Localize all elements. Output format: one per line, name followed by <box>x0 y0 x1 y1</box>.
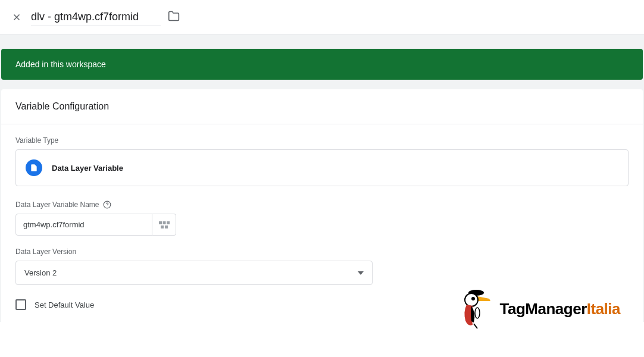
svg-rect-7 <box>161 226 164 228</box>
variable-type-selector[interactable]: Data Layer Variable <box>15 149 629 186</box>
variable-title-input[interactable] <box>31 8 161 26</box>
svg-rect-8 <box>165 226 168 228</box>
dialog-header <box>0 0 644 35</box>
variable-type-value: Data Layer Variable <box>52 164 123 173</box>
folder-button[interactable] <box>168 10 180 24</box>
folder-icon <box>168 10 180 22</box>
card-title: Variable Configuration <box>15 101 629 112</box>
version-row: Data Layer Version Version 2 <box>15 248 629 285</box>
variable-config-card: Variable Configuration Variable Type Dat… <box>1 89 643 322</box>
content-area: Added in this workspace Variable Configu… <box>0 35 644 322</box>
version-value: Version 2 <box>24 268 57 277</box>
workspace-banner: Added in this workspace <box>1 49 643 80</box>
default-value-checkbox[interactable] <box>15 299 26 310</box>
svg-rect-10 <box>472 290 480 293</box>
card-header: Variable Configuration <box>1 89 643 124</box>
default-value-label: Set Default Value <box>35 300 94 309</box>
variable-name-input[interactable] <box>15 214 152 236</box>
close-icon <box>11 12 22 23</box>
version-select[interactable]: Version 2 <box>15 261 373 285</box>
svg-line-15 <box>474 324 477 328</box>
chevron-down-icon <box>358 271 364 275</box>
watermark-logo: TagManagerItalia <box>459 288 620 330</box>
variable-type-label: Variable Type <box>15 136 629 145</box>
variable-picker-button[interactable] <box>152 214 176 236</box>
svg-rect-5 <box>162 221 165 224</box>
close-button[interactable] <box>5 5 29 29</box>
svg-point-12 <box>465 293 478 306</box>
svg-rect-4 <box>159 221 162 224</box>
svg-point-14 <box>475 308 480 318</box>
variable-name-group <box>15 214 629 236</box>
variable-name-label: Data Layer Variable Name <box>15 201 629 209</box>
version-label: Data Layer Version <box>15 248 629 256</box>
banner-text: Added in this workspace <box>15 60 106 69</box>
svg-point-13 <box>471 297 475 300</box>
data-layer-icon <box>26 159 42 176</box>
woodpecker-icon <box>459 288 495 330</box>
help-icon[interactable] <box>103 201 111 209</box>
svg-rect-6 <box>167 221 170 224</box>
brick-icon <box>159 221 170 228</box>
brand-text: TagManagerItalia <box>500 300 620 318</box>
